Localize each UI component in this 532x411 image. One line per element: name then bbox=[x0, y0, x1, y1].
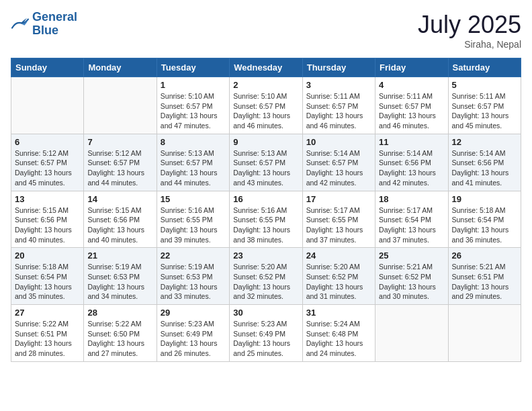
cell-info-line: and 47 minutes. bbox=[161, 121, 226, 131]
cell-info-line: Sunrise: 5:22 AM bbox=[15, 319, 80, 329]
calendar-cell: 5Sunrise: 5:11 AMSunset: 6:57 PMDaylight… bbox=[448, 77, 521, 134]
month-title: July 2025 bbox=[418, 11, 521, 39]
calendar-cell bbox=[84, 77, 157, 134]
day-number: 8 bbox=[161, 137, 226, 147]
day-number: 29 bbox=[161, 308, 226, 318]
cell-info-line: Sunset: 6:57 PM bbox=[306, 158, 371, 168]
calendar-cell: 26Sunrise: 5:21 AMSunset: 6:51 PMDayligh… bbox=[448, 248, 521, 305]
cell-info-line: Daylight: 13 hours bbox=[306, 282, 371, 292]
cell-info-line: Sunrise: 5:22 AM bbox=[87, 319, 152, 329]
cell-info-line: Sunset: 6:52 PM bbox=[306, 272, 371, 282]
cell-info-line: Daylight: 13 hours bbox=[15, 282, 80, 292]
logo: General Blue bbox=[11, 11, 77, 38]
cell-info-line: Daylight: 13 hours bbox=[379, 282, 444, 292]
cell-info-line: Daylight: 13 hours bbox=[452, 111, 517, 121]
day-number: 7 bbox=[87, 137, 152, 147]
cell-info-line: and 43 minutes. bbox=[233, 178, 298, 188]
cell-info-line: and 28 minutes. bbox=[15, 349, 80, 359]
day-number: 1 bbox=[161, 80, 226, 90]
day-number: 4 bbox=[379, 80, 444, 90]
weekday-header-tuesday: Tuesday bbox=[157, 58, 229, 77]
cell-info-line: and 44 minutes. bbox=[87, 178, 152, 188]
cell-info-line: Daylight: 13 hours bbox=[87, 282, 152, 292]
cell-info-line: Sunset: 6:54 PM bbox=[452, 215, 517, 225]
weekday-header-saturday: Saturday bbox=[448, 58, 521, 77]
day-number: 30 bbox=[233, 308, 298, 318]
day-number: 13 bbox=[15, 194, 80, 204]
cell-info-line: Daylight: 13 hours bbox=[306, 111, 371, 121]
calendar-cell: 2Sunrise: 5:10 AMSunset: 6:57 PMDaylight… bbox=[230, 77, 302, 134]
calendar-table: SundayMondayTuesdayWednesdayThursdayFrid… bbox=[11, 58, 521, 362]
cell-info-line: Sunset: 6:56 PM bbox=[379, 158, 444, 168]
cell-info-line: Sunrise: 5:15 AM bbox=[15, 205, 80, 216]
cell-info-line: Sunrise: 5:17 AM bbox=[379, 205, 444, 216]
cell-info-line: Sunrise: 5:24 AM bbox=[306, 319, 371, 329]
day-number: 24 bbox=[306, 250, 371, 261]
weekday-header-friday: Friday bbox=[375, 58, 448, 77]
page-header: General Blue July 2025 Siraha, Nepal bbox=[11, 11, 521, 50]
cell-info-line: Daylight: 13 hours bbox=[452, 168, 517, 178]
cell-info-line: Sunset: 6:54 PM bbox=[379, 215, 444, 225]
cell-info-line: Sunrise: 5:21 AM bbox=[452, 262, 517, 272]
day-number: 22 bbox=[161, 250, 226, 261]
cell-info-line: Sunrise: 5:18 AM bbox=[15, 262, 80, 272]
cell-info-line: Sunrise: 5:16 AM bbox=[161, 205, 226, 216]
cell-info-line: Daylight: 13 hours bbox=[87, 168, 152, 178]
day-number: 10 bbox=[306, 137, 371, 147]
calendar-cell: 20Sunrise: 5:18 AMSunset: 6:54 PMDayligh… bbox=[11, 248, 84, 305]
calendar-cell: 10Sunrise: 5:14 AMSunset: 6:57 PMDayligh… bbox=[302, 134, 375, 191]
cell-info-line: Sunrise: 5:13 AM bbox=[161, 148, 226, 158]
cell-info-line: Daylight: 13 hours bbox=[379, 111, 444, 121]
calendar-week-row: 13Sunrise: 5:15 AMSunset: 6:56 PMDayligh… bbox=[11, 191, 521, 248]
cell-info-line: Daylight: 13 hours bbox=[161, 225, 226, 235]
cell-info-line: and 38 minutes. bbox=[233, 235, 298, 245]
cell-info-line: Daylight: 13 hours bbox=[87, 225, 152, 235]
cell-info-line: Sunset: 6:54 PM bbox=[15, 272, 80, 282]
cell-info-line: and 34 minutes. bbox=[87, 291, 152, 302]
cell-info-line: Sunrise: 5:16 AM bbox=[233, 205, 298, 216]
calendar-cell: 21Sunrise: 5:19 AMSunset: 6:53 PMDayligh… bbox=[84, 248, 157, 305]
cell-info-line: Sunset: 6:49 PM bbox=[161, 329, 226, 339]
day-number: 9 bbox=[233, 137, 298, 147]
calendar-cell: 29Sunrise: 5:23 AMSunset: 6:49 PMDayligh… bbox=[157, 305, 229, 362]
cell-info-line: Sunset: 6:49 PM bbox=[233, 329, 298, 339]
cell-info-line: Daylight: 13 hours bbox=[452, 282, 517, 292]
cell-info-line: Sunset: 6:57 PM bbox=[161, 158, 226, 168]
cell-info-line: Daylight: 13 hours bbox=[306, 225, 371, 235]
cell-info-line: Sunset: 6:51 PM bbox=[15, 329, 80, 339]
cell-info-line: Sunrise: 5:20 AM bbox=[233, 262, 298, 272]
calendar-cell: 25Sunrise: 5:21 AMSunset: 6:52 PMDayligh… bbox=[375, 248, 448, 305]
cell-info-line: Sunrise: 5:18 AM bbox=[452, 205, 517, 216]
calendar-week-row: 1Sunrise: 5:10 AMSunset: 6:57 PMDaylight… bbox=[11, 77, 521, 134]
cell-info-line: Sunset: 6:57 PM bbox=[452, 101, 517, 111]
cell-info-line: Sunrise: 5:17 AM bbox=[306, 205, 371, 216]
day-number: 14 bbox=[87, 194, 152, 204]
calendar-cell bbox=[448, 305, 521, 362]
day-number: 25 bbox=[379, 250, 444, 261]
day-number: 19 bbox=[452, 194, 517, 204]
day-number: 6 bbox=[15, 137, 80, 147]
day-number: 27 bbox=[15, 308, 80, 318]
cell-info-line: Sunrise: 5:14 AM bbox=[379, 148, 444, 158]
cell-info-line: Sunset: 6:53 PM bbox=[161, 272, 226, 282]
cell-info-line: Sunrise: 5:13 AM bbox=[233, 148, 298, 158]
day-number: 3 bbox=[306, 80, 371, 90]
calendar-cell: 18Sunrise: 5:17 AMSunset: 6:54 PMDayligh… bbox=[375, 191, 448, 248]
cell-info-line: Sunset: 6:55 PM bbox=[233, 215, 298, 225]
cell-info-line: and 41 minutes. bbox=[452, 178, 517, 188]
cell-info-line: and 42 minutes. bbox=[379, 178, 444, 188]
weekday-header-monday: Monday bbox=[84, 58, 157, 77]
cell-info-line: Sunrise: 5:10 AM bbox=[233, 91, 298, 101]
weekday-header-thursday: Thursday bbox=[302, 58, 375, 77]
cell-info-line: Daylight: 13 hours bbox=[161, 338, 226, 349]
weekday-header-row: SundayMondayTuesdayWednesdayThursdayFrid… bbox=[11, 58, 521, 77]
cell-info-line: Daylight: 13 hours bbox=[306, 338, 371, 349]
calendar-cell: 30Sunrise: 5:23 AMSunset: 6:49 PMDayligh… bbox=[230, 305, 302, 362]
calendar-cell: 6Sunrise: 5:12 AMSunset: 6:57 PMDaylight… bbox=[11, 134, 84, 191]
calendar-week-row: 20Sunrise: 5:18 AMSunset: 6:54 PMDayligh… bbox=[11, 248, 521, 305]
cell-info-line: and 30 minutes. bbox=[379, 291, 444, 302]
cell-info-line: and 33 minutes. bbox=[161, 291, 226, 302]
calendar-cell: 14Sunrise: 5:15 AMSunset: 6:56 PMDayligh… bbox=[84, 191, 157, 248]
calendar-cell: 8Sunrise: 5:13 AMSunset: 6:57 PMDaylight… bbox=[157, 134, 229, 191]
cell-info-line: and 29 minutes. bbox=[452, 291, 517, 302]
